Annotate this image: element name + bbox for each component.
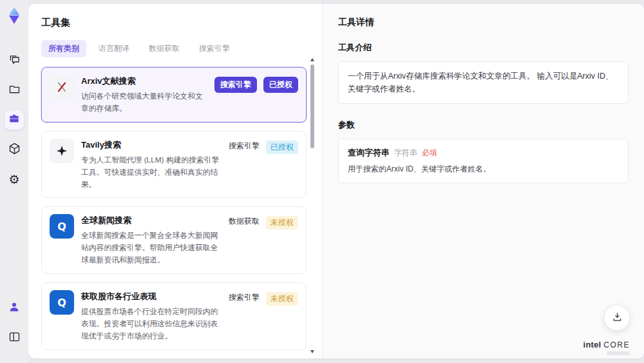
category-tag: 搜索引擎 <box>229 141 260 152</box>
tab-data-fetching[interactable]: 数据获取 <box>142 40 187 57</box>
tool-card[interactable]: Q 获取股市各行业表现 提供股票市场各个行业在特定时间段内的表现。投资者可以利用… <box>41 282 307 350</box>
sidebar-rail: ⚙ <box>0 0 28 363</box>
tool-description: 专为人工智能代理 (LLM) 构建的搜索引擎工具。可快速提供实时、准确和真实的结… <box>81 154 222 191</box>
sidebar-item-packages[interactable] <box>5 140 24 159</box>
list-scrollbar[interactable] <box>310 58 315 353</box>
tool-title: Arxiv文献搜索 <box>81 75 207 87</box>
status-badge: 未授权 <box>266 216 298 230</box>
tool-card[interactable]: Arxiv文献搜索 访问各个研究领域大量科学论文和文章的存储库。 搜索引擎 已授… <box>41 67 307 123</box>
tavily-icon <box>50 139 74 163</box>
app-logo <box>5 6 24 25</box>
sidebar-item-tools[interactable] <box>5 110 24 130</box>
category-tag: 搜索引擎 <box>214 77 257 93</box>
tool-list: Arxiv文献搜索 访问各个研究领域大量科学论文和文章的存储库。 搜索引擎 已授… <box>41 67 307 358</box>
category-tag: 数据获取 <box>229 216 260 227</box>
parameter-name: 查询字符串 <box>348 147 390 159</box>
arxiv-icon <box>50 75 74 99</box>
category-tabs: 所有类别 语言翻译 数据获取 搜索引擎 <box>41 40 307 57</box>
scrollbar-down-arrow[interactable] <box>310 350 314 353</box>
page-title: 工具集 <box>41 17 307 29</box>
tool-list-pane: 工具集 所有类别 语言翻译 数据获取 搜索引擎 Arxiv文献搜索 访问各个研究… <box>28 4 322 358</box>
sidebar-item-settings[interactable]: ⚙ <box>5 170 24 189</box>
category-tag: 搜索引擎 <box>229 292 260 303</box>
blue-q-icon: Q <box>50 214 74 239</box>
tool-intro-box: 一个用于从Arxiv存储库搜索科学论文和文章的工具。 输入可以是Arxiv ID… <box>338 61 629 104</box>
blue-q-icon: Q <box>50 290 74 315</box>
tool-detail-pane: 工具详情 工具介绍 一个用于从Arxiv存储库搜索科学论文和文章的工具。 输入可… <box>322 4 644 358</box>
sidebar-item-files[interactable] <box>5 81 24 100</box>
intro-heading: 工具介绍 <box>338 42 629 54</box>
required-badge: 必填 <box>422 148 437 159</box>
main-panel: 工具集 所有类别 语言翻译 数据获取 搜索引擎 Arxiv文献搜索 访问各个研究… <box>28 4 644 358</box>
tool-description: 访问各个研究领域大量科学论文和文章的存储库。 <box>81 90 207 115</box>
sidebar-item-chat[interactable] <box>5 51 24 70</box>
detail-title: 工具详情 <box>338 17 629 28</box>
status-badge: 已授权 <box>263 77 298 93</box>
tab-language-translation[interactable]: 语言翻译 <box>91 40 137 57</box>
parameter-box: 查询字符串 字符串 必填 用于搜索的Arxiv ID、关键字或作者姓名。 <box>338 139 629 183</box>
briefcase-icon <box>8 112 21 128</box>
user-icon <box>8 300 21 316</box>
intel-sub-badge <box>607 351 630 355</box>
intel-core-logo: intelCORE <box>583 340 630 355</box>
parameter-type: 字符串 <box>394 148 417 159</box>
gear-icon: ⚙ <box>8 173 19 186</box>
tab-all-categories[interactable]: 所有类别 <box>41 40 86 57</box>
intel-wordmark: intel <box>583 340 601 349</box>
tool-description: 全球新闻搜索是一个聚合全球各大新闻网站内容的搜索引擎。帮助用户快速获取全球最新资… <box>81 230 222 266</box>
cube-icon <box>8 142 21 158</box>
status-badge: 未授权 <box>266 292 298 306</box>
parameter-description: 用于搜索的Arxiv ID、关键字或作者姓名。 <box>348 164 619 175</box>
layout-panel-icon <box>8 330 21 346</box>
folder-icon <box>8 83 21 99</box>
tab-search-engine[interactable]: 搜索引擎 <box>192 40 237 57</box>
sidebar-item-layout-toggle[interactable] <box>5 328 24 348</box>
scrollbar-up-arrow[interactable] <box>310 58 314 61</box>
sidebar-item-account[interactable] <box>5 299 24 318</box>
download-button[interactable] <box>604 305 630 331</box>
scrollbar-thumb[interactable] <box>310 64 314 148</box>
status-badge: 已授权 <box>266 141 298 154</box>
tool-description: 提供股票市场各个行业在特定时间段内的表现。投资者可以利用这些信息来识别表现优于或… <box>81 306 222 342</box>
tool-card[interactable]: Q 全球新闻搜索 全球新闻搜索是一个聚合全球各大新闻网站内容的搜索引擎。帮助用户… <box>41 206 307 274</box>
core-wordmark: CORE <box>603 340 630 349</box>
tool-title: Tavily搜索 <box>81 139 222 151</box>
tool-title: 全球新闻搜索 <box>81 215 222 226</box>
tool-title: 获取股市各行业表现 <box>81 291 222 302</box>
download-icon <box>611 311 623 326</box>
tool-card[interactable]: Tavily搜索 专为人工智能代理 (LLM) 构建的搜索引擎工具。可快速提供实… <box>41 131 307 199</box>
chat-icon <box>8 53 21 69</box>
params-heading: 参数 <box>338 119 629 131</box>
